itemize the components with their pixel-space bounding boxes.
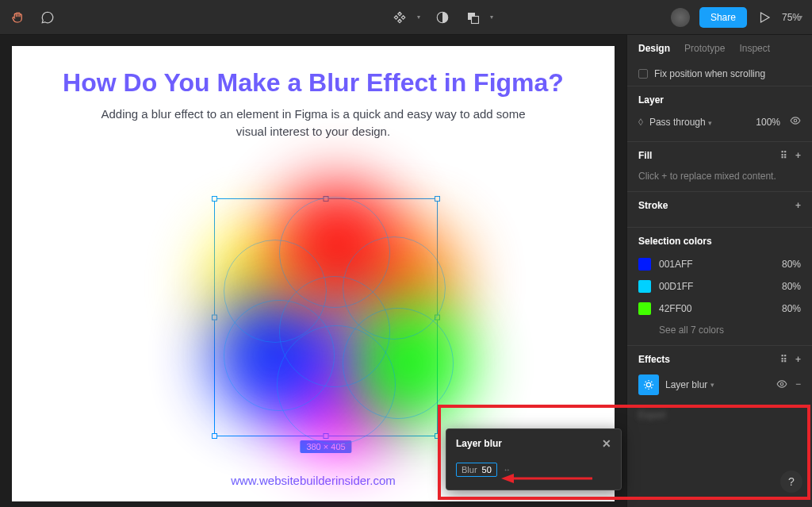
fill-style-icon[interactable]: ⠿ — [780, 150, 787, 161]
color-swatch[interactable] — [638, 302, 651, 315]
panel-tabs: Design Prototype Inspect — [627, 35, 812, 62]
selection-outlines — [200, 181, 454, 451]
tab-design[interactable]: Design — [638, 43, 670, 54]
chevron-down-icon: ▾ — [799, 13, 802, 21]
effects-style-icon[interactable]: ⠿ — [780, 354, 787, 365]
effect-settings-icon[interactable] — [638, 374, 659, 395]
blurred-shapes — [194, 173, 456, 459]
svg-point-3 — [794, 119, 797, 122]
layer-section: Layer ◊ Pass through ▾ 100% — [627, 86, 812, 141]
stroke-section: Stroke + — [627, 191, 812, 227]
dimensions-badge: 380 × 405 — [300, 440, 351, 453]
color-row[interactable]: 00D1FF 80% — [638, 275, 801, 298]
export-section-blurred: Export — [638, 398, 801, 421]
see-all-colors[interactable]: See all 7 colors — [638, 320, 801, 336]
blur-input[interactable]: Blur 50 — [456, 463, 497, 477]
top-toolbar: ▾ ▾ Share 75% ▾ — [0, 0, 812, 35]
boolean-tool-icon[interactable] — [465, 10, 481, 25]
avatar[interactable] — [671, 8, 690, 27]
color-swatch[interactable] — [638, 280, 651, 293]
visibility-icon[interactable] — [790, 115, 801, 129]
selection-bounds: 380 × 405 — [214, 198, 438, 436]
properties-panel: Design Prototype Inspect Fix position wh… — [626, 35, 812, 507]
svg-point-5 — [780, 382, 783, 386]
fix-position-checkbox[interactable] — [638, 69, 648, 79]
popup-title: Layer blur — [456, 438, 502, 449]
color-row[interactable]: 001AFF 80% — [638, 253, 801, 275]
close-icon[interactable]: ✕ — [602, 437, 611, 450]
chevron-down-icon[interactable]: ▾ — [417, 13, 420, 21]
comment-tool-icon[interactable] — [40, 10, 56, 25]
remove-effect-icon[interactable]: − — [795, 378, 801, 392]
svg-rect-2 — [471, 16, 478, 23]
components-icon[interactable] — [392, 10, 408, 25]
add-effect-icon[interactable]: + — [795, 354, 801, 365]
opacity-input[interactable]: 100% — [756, 117, 780, 128]
scrub-arrows-icon: ↔ — [504, 466, 511, 474]
color-row[interactable]: 42FF00 80% — [638, 298, 801, 320]
play-icon[interactable] — [756, 10, 772, 25]
share-button[interactable]: Share — [699, 7, 747, 28]
fix-position-row[interactable]: Fix position when scrolling — [627, 62, 812, 86]
fill-section: Fill ⠿ + Click + to replace mixed conten… — [627, 141, 812, 191]
add-stroke-icon[interactable]: + — [795, 200, 801, 211]
layer-blur-popup: Layer blur ✕ Blur 50 ↔ — [446, 428, 622, 490]
svg-point-4 — [646, 382, 650, 386]
mask-tool-icon[interactable] — [435, 10, 450, 25]
tab-prototype[interactable]: Prototype — [684, 43, 725, 54]
page-subtitle: Adding a blur effect to an element in Fi… — [12, 98, 615, 140]
selection-colors-section: Selection colors 001AFF 80% 00D1FF 80% 4… — [627, 227, 812, 345]
effect-type-select[interactable]: Layer blur ▾ — [665, 379, 714, 390]
page-title: How Do You Make a Blur Effect in Figma? — [12, 46, 615, 98]
blend-mode-select[interactable]: Pass through ▾ — [649, 117, 712, 128]
color-swatch[interactable] — [638, 258, 651, 271]
effect-visibility-icon[interactable] — [776, 378, 787, 392]
blend-mode-icon[interactable]: ◊ — [638, 117, 643, 128]
effects-section: Effects ⠿ + Layer blur ▾ − Export — [627, 345, 812, 430]
fill-mixed-text: Click + to replace mixed content. — [638, 167, 801, 182]
hand-tool-icon[interactable] — [10, 10, 25, 25]
add-fill-icon[interactable]: + — [795, 150, 801, 161]
tab-inspect[interactable]: Inspect — [739, 43, 770, 54]
zoom-level[interactable]: 75% ▾ — [782, 12, 802, 23]
chevron-down-icon[interactable]: ▾ — [490, 13, 493, 21]
help-button[interactable]: ? — [780, 471, 802, 493]
